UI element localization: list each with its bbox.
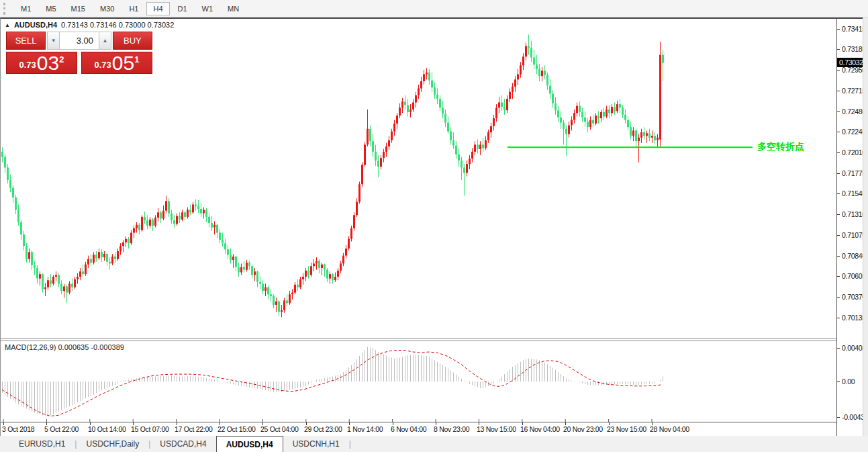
price-axis-tick bbox=[837, 256, 840, 257]
price-axis-tick bbox=[837, 235, 840, 236]
time-axis-label: 15 Oct 07:00 bbox=[131, 425, 169, 433]
timeframe-button-m1[interactable]: M1 bbox=[14, 2, 38, 15]
time-axis-label: 17 Oct 22:00 bbox=[175, 425, 213, 433]
macd-indicator-pane[interactable]: MACD(12,26,9) 0.000635 -0.000389 bbox=[1, 341, 836, 422]
buy-price-digits: 05 bbox=[112, 53, 134, 73]
time-axis-label: 3 Oct 2018 bbox=[2, 425, 34, 433]
price-axis-tick bbox=[837, 111, 840, 112]
timeframe-button-m5[interactable]: M5 bbox=[39, 2, 62, 15]
macd-chart[interactable] bbox=[1, 341, 836, 422]
symbol-title: AUDUSD,H4 bbox=[14, 21, 57, 29]
buy-button[interactable]: BUY bbox=[113, 32, 152, 50]
macd-axis-tick bbox=[837, 417, 840, 418]
time-axis-label: 22 Oct 15:00 bbox=[218, 425, 256, 433]
macd-histogram bbox=[3, 347, 663, 417]
time-axis-label: 13 Nov 15:00 bbox=[477, 425, 516, 433]
chart-header: ▲ AUDUSD,H4 0.73143 0.73146 0.73000 0.73… bbox=[5, 21, 174, 29]
sell-price-digits: 03 bbox=[37, 53, 59, 73]
buy-price-display[interactable]: 0.73 05 1 bbox=[81, 52, 152, 74]
sell-price-display[interactable]: 0.73 03 2 bbox=[6, 52, 77, 74]
price-axis-tick bbox=[837, 173, 840, 174]
macd-label: MACD(12,26,9) 0.000635 -0.000389 bbox=[5, 343, 124, 351]
price-axis-tick bbox=[837, 276, 840, 277]
window-scrollbar-gutter[interactable] bbox=[863, 17, 868, 436]
mt4-terminal: M1M5M15M30H1H4D1W1MN ▲ AUDUSD,H4 0.73143… bbox=[0, 0, 868, 452]
timeframe-button-mn[interactable]: MN bbox=[221, 2, 246, 15]
chart-tab-usdchf-daily[interactable]: USDCHF,Daily bbox=[77, 436, 148, 452]
chart-tab-usdcnh-h1[interactable]: USDCNH,H1 bbox=[283, 436, 349, 452]
timeframe-button-d1[interactable]: D1 bbox=[171, 2, 194, 15]
time-axis-label: 23 Nov 15:00 bbox=[607, 425, 646, 433]
macd-axis-tick bbox=[837, 348, 840, 349]
chart-tab-eurusd-h1[interactable]: EURUSD,H1 bbox=[9, 436, 75, 452]
toolbar-drag-handle[interactable] bbox=[3, 3, 9, 15]
price-axis-tick bbox=[837, 297, 840, 298]
timeframe-button-m30[interactable]: M30 bbox=[93, 2, 121, 15]
macd-axis-label: 0.00 bbox=[842, 377, 855, 386]
macd-axis-tick bbox=[837, 381, 840, 382]
tab-separator: | bbox=[349, 436, 351, 452]
buy-price-prefix: 0.73 bbox=[95, 60, 111, 70]
one-click-trade-panel: SELL ▼ ▲ BUY 0.73 03 2 bbox=[6, 32, 152, 74]
price-axis-tick bbox=[837, 70, 840, 71]
timeframe-button-m15[interactable]: M15 bbox=[64, 2, 92, 15]
chart-window: ▲ AUDUSD,H4 0.73143 0.73146 0.73000 0.73… bbox=[0, 17, 863, 436]
trendline-label: 多空转折点 bbox=[757, 141, 804, 153]
chart-tab-usdcad-h4[interactable]: USDCAD,H4 bbox=[150, 436, 215, 452]
price-axis-tick bbox=[837, 29, 840, 30]
price-axis-tick bbox=[837, 193, 840, 194]
volume-increase-button[interactable]: ▲ bbox=[99, 32, 111, 50]
time-axis-label: 10 Oct 14:00 bbox=[88, 425, 126, 433]
sell-price-pipette: 2 bbox=[59, 54, 64, 64]
current-price-badge: 0.73032 bbox=[837, 58, 863, 67]
time-axis-label: 16 Nov 04:00 bbox=[520, 425, 560, 433]
price-chart-pane[interactable]: ▲ AUDUSD,H4 0.73143 0.73146 0.73000 0.73… bbox=[1, 19, 836, 338]
time-axis-label: 20 Nov 23:00 bbox=[563, 425, 603, 433]
chevron-up-icon: ▲ bbox=[102, 38, 107, 44]
sell-button[interactable]: SELL bbox=[6, 32, 46, 50]
volume-input[interactable] bbox=[60, 32, 99, 50]
price-axis-tick bbox=[837, 91, 840, 91]
chart-tab-audusd-h4[interactable]: AUDUSD,H4 bbox=[216, 436, 283, 452]
buy-price-pipette: 1 bbox=[134, 54, 139, 64]
time-axis-label: 1 Nov 14:00 bbox=[347, 425, 383, 433]
time-axis[interactable]: 3 Oct 20185 Oct 22:0010 Oct 14:0015 Oct … bbox=[1, 422, 863, 437]
price-axis-tick bbox=[837, 318, 840, 318]
price-axis-tick bbox=[837, 132, 840, 132]
time-axis-label: 6 Nov 04:00 bbox=[391, 425, 426, 433]
volume-decrease-button[interactable]: ▼ bbox=[47, 32, 60, 50]
time-axis-label: 5 Oct 22:00 bbox=[44, 425, 79, 433]
time-axis-label: 8 Nov 23:00 bbox=[434, 425, 469, 433]
timeframe-button-h1[interactable]: H1 bbox=[122, 2, 145, 15]
macd-signal-line bbox=[2, 351, 663, 416]
collapse-triangle-icon[interactable]: ▲ bbox=[5, 22, 10, 28]
symbol-ohlc: 0.73143 0.73146 0.73000 0.73032 bbox=[61, 21, 174, 29]
chevron-down-icon: ▼ bbox=[51, 38, 56, 44]
price-axis-tick bbox=[837, 214, 840, 215]
price-axis[interactable]: 0.734150.731850.729500.727150.724800.722… bbox=[836, 19, 863, 436]
price-axis-tick bbox=[837, 49, 840, 50]
time-axis-label: 25 Oct 04:00 bbox=[260, 425, 299, 433]
sell-price-prefix: 0.73 bbox=[19, 60, 36, 70]
price-axis-tick bbox=[837, 152, 840, 153]
time-axis-label: 29 Oct 23:00 bbox=[304, 425, 342, 433]
timeframe-button-w1[interactable]: W1 bbox=[195, 2, 220, 15]
timeframe-button-h4[interactable]: H4 bbox=[146, 2, 169, 15]
chart-tab-bar: EURUSD,H1|USDCHF,Daily|USDCAD,H4AUDUSD,H… bbox=[0, 436, 868, 452]
time-axis-label: 28 Nov 04:00 bbox=[650, 425, 689, 433]
timeframe-toolbar: M1M5M15M30H1H4D1W1MN bbox=[0, 0, 868, 17]
